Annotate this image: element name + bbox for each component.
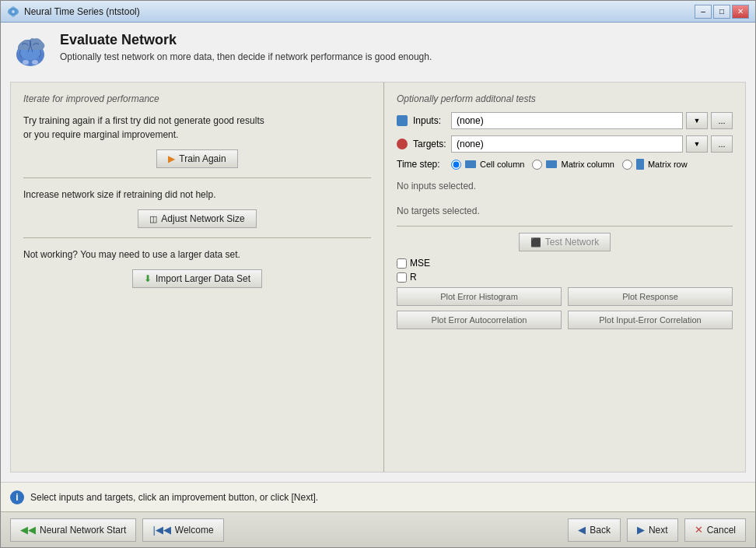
radio-matrix-row[interactable]: Matrix row — [622, 159, 688, 170]
main-window: Neural Time Series (ntstool) – □ ✕ — [0, 0, 756, 548]
right-panel: Optionally perform additonal tests Input… — [384, 83, 745, 472]
right-panel-title: Optionally perform additonal tests — [397, 93, 733, 104]
back-icon: ◀ — [578, 524, 586, 536]
timestep-radio-group: Cell column Matrix column Matrix row — [451, 159, 688, 170]
left-panel: Iterate for improved performance Try tra… — [11, 83, 384, 472]
inputs-icon — [397, 115, 408, 126]
neural-network-start-button[interactable]: ◀◀ Neural Network Start — [10, 518, 136, 542]
cancel-icon: ✕ — [695, 524, 703, 536]
r-checkbox[interactable] — [397, 272, 407, 283]
plot-response-button[interactable]: Plot Response — [568, 287, 733, 306]
train-icon: ▶ — [168, 153, 175, 164]
svg-point-2 — [12, 10, 15, 13]
matrix-column-icon — [546, 160, 557, 168]
train-again-button[interactable]: ▶ Train Again — [156, 149, 237, 168]
divider-2 — [23, 237, 371, 238]
import-icon: ⬇ — [144, 273, 152, 284]
radio-matrix-column-input[interactable] — [532, 160, 542, 170]
test-network-button[interactable]: ⬛ Test Network — [519, 233, 611, 251]
divider-1 — [23, 177, 371, 178]
left-panel-title: Iterate for improved performance — [23, 93, 371, 104]
inputs-dropdown-button[interactable]: ▼ — [686, 112, 708, 129]
welcome-icon: |◀◀ — [152, 524, 170, 536]
footer-right: ◀ Back ▶ Next ✕ Cancel — [568, 518, 746, 542]
inputs-select-display: (none) — [451, 112, 683, 129]
inputs-browse-button[interactable]: ... — [711, 112, 733, 129]
adjust-network-section: Increase network size if retraining did … — [23, 188, 371, 228]
radio-cell-column[interactable]: Cell column — [451, 160, 524, 170]
radio-cell-column-input[interactable] — [451, 160, 461, 170]
adjust-icon: ◫ — [149, 214, 157, 224]
plot-input-error-correlation-button[interactable]: Plot Input-Error Correlation — [568, 311, 733, 329]
no-inputs-status: No inputs selected. — [397, 177, 733, 195]
radio-matrix-row-input[interactable] — [622, 160, 632, 170]
import-data-section: Not working? You may need to use a large… — [23, 248, 371, 288]
inputs-select-wrapper: (none) ▼ ... — [451, 112, 733, 129]
mse-checkbox-row: MSE — [397, 258, 733, 269]
plot-btn-row-2: Plot Error Autocorrelation Plot Input-Er… — [397, 311, 733, 329]
welcome-button[interactable]: |◀◀ Welcome — [142, 518, 223, 542]
footer-left: ◀◀ Neural Network Start |◀◀ Welcome — [10, 518, 224, 542]
status-message: Select inputs and targets, click an impr… — [30, 492, 318, 503]
test-network-btn-row: ⬛ Test Network — [397, 233, 733, 251]
import-data-desc: Not working? You may need to use a large… — [23, 248, 371, 262]
targets-dropdown-button[interactable]: ▼ — [686, 135, 708, 153]
plot-btn-row-1: Plot Error Histogram Plot Response — [397, 287, 733, 306]
import-data-button[interactable]: ⬇ Import Larger Data Set — [132, 269, 262, 288]
page-title: Evaluate Network — [60, 32, 432, 48]
matrix-row-icon — [636, 159, 644, 170]
targets-select-wrapper: (none) ▼ ... — [451, 135, 733, 153]
inputs-label: Inputs: — [397, 115, 451, 126]
timestep-label: Time step: — [397, 159, 451, 170]
footer: ◀◀ Neural Network Start |◀◀ Welcome ◀ Ba… — [1, 511, 755, 547]
plot-error-autocorrelation-button[interactable]: Plot Error Autocorrelation — [397, 311, 562, 329]
title-bar-controls: – □ ✕ — [695, 5, 749, 19]
header-text: Evaluate Network Optionally test network… — [60, 32, 432, 62]
r-checkbox-row: R — [397, 272, 733, 283]
main-panels: Iterate for improved performance Try tra… — [10, 82, 746, 472]
start-icon: ◀◀ — [20, 524, 36, 536]
next-icon: ▶ — [637, 524, 645, 536]
inputs-row: Inputs: (none) ▼ ... — [397, 112, 733, 129]
next-button[interactable]: ▶ Next — [627, 518, 678, 542]
adjust-network-desc: Increase network size if retraining did … — [23, 188, 371, 202]
targets-row: Targets: (none) ▼ ... — [397, 135, 733, 153]
train-again-desc: Try training again if a first try did no… — [23, 114, 371, 142]
r-label: R — [410, 272, 417, 283]
train-again-section: Try training again if a first try did no… — [23, 114, 371, 168]
close-button[interactable]: ✕ — [732, 5, 749, 19]
maximize-button[interactable]: □ — [713, 5, 730, 19]
svg-point-6 — [32, 60, 38, 65]
targets-label: Targets: — [397, 139, 451, 149]
brain-icon — [10, 32, 51, 72]
right-divider — [397, 226, 733, 227]
title-bar-icon — [7, 5, 19, 18]
svg-rect-7 — [29, 61, 32, 65]
mse-checkbox[interactable] — [397, 258, 407, 269]
test-network-icon: ⬛ — [530, 237, 541, 248]
targets-select-display: (none) — [451, 135, 683, 153]
cell-column-icon — [465, 160, 476, 168]
plot-buttons: Plot Error Histogram Plot Response Plot … — [397, 287, 733, 329]
back-button[interactable]: ◀ Back — [568, 518, 621, 542]
no-targets-status: No targets selected. — [397, 202, 733, 220]
radio-matrix-column[interactable]: Matrix column — [532, 160, 614, 170]
window-title: Neural Time Series (ntstool) — [24, 6, 695, 17]
page-subtitle: Optionally test network on more data, th… — [60, 51, 432, 62]
mse-label: MSE — [410, 258, 430, 269]
import-data-btn-row: ⬇ Import Larger Data Set — [23, 269, 371, 288]
status-bar: i Select inputs and targets, click an im… — [1, 482, 755, 511]
adjust-network-btn-row: ◫ Adjust Network Size — [23, 209, 371, 228]
targets-browse-button[interactable]: ... — [711, 135, 733, 153]
timestep-row: Time step: Cell column Matrix column — [397, 159, 733, 170]
content-area: Evaluate Network Optionally test network… — [1, 23, 755, 482]
header-section: Evaluate Network Optionally test network… — [10, 32, 746, 72]
svg-point-5 — [23, 60, 29, 65]
targets-icon — [397, 139, 408, 149]
status-info-icon: i — [10, 490, 24, 504]
minimize-button[interactable]: – — [695, 5, 712, 19]
plot-error-histogram-button[interactable]: Plot Error Histogram — [397, 287, 562, 306]
train-again-btn-row: ▶ Train Again — [23, 149, 371, 168]
cancel-button[interactable]: ✕ Cancel — [684, 518, 746, 542]
adjust-network-button[interactable]: ◫ Adjust Network Size — [138, 209, 256, 228]
